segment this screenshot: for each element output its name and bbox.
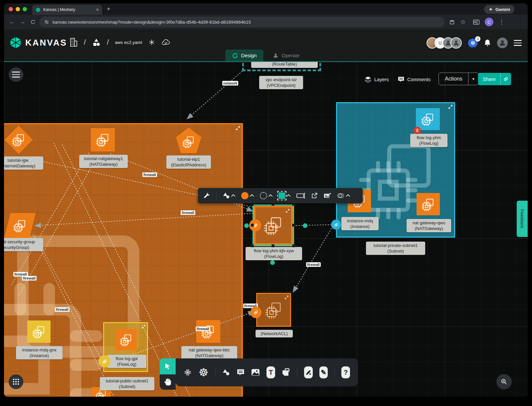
feedback-tab[interactable]: Feedback xyxy=(517,201,528,237)
new-tab-button[interactable]: + xyxy=(107,6,110,13)
flow-log-gpt-link-badge[interactable] xyxy=(98,355,110,367)
group-tool[interactable] xyxy=(337,192,350,199)
node-nat-gateway-bbc[interactable] xyxy=(196,320,220,343)
open-external-icon[interactable] xyxy=(311,192,318,199)
kubernetes-tool-icon[interactable]: ☸ xyxy=(198,367,208,378)
breadcrumb: / / aws ec2.yaml xyxy=(69,37,170,47)
subnet-link-badge[interactable] xyxy=(331,220,341,230)
link-icon xyxy=(334,223,338,227)
add-image-icon[interactable] xyxy=(324,192,331,199)
node-nat-gateway-1[interactable] xyxy=(91,128,115,151)
selection-handle[interactable] xyxy=(292,224,295,227)
app-menu-icon[interactable] xyxy=(514,38,522,48)
note-tool-icon[interactable] xyxy=(282,367,290,378)
collaborator-avatar[interactable] xyxy=(450,37,462,49)
chip-icon xyxy=(95,132,110,147)
text-tool-button[interactable]: T xyxy=(266,366,275,378)
chevron-up-icon xyxy=(346,194,350,198)
edge-label-firewall: firewall xyxy=(142,172,157,177)
flow-log-selected-label: flow log-yhm-kjh-xyw (FlowLog) xyxy=(246,247,302,260)
help-button[interactable]: ? xyxy=(341,366,350,378)
flow-log-yhm-count-badge[interactable]: 2 xyxy=(414,127,421,134)
fill-color-picker[interactable] xyxy=(241,192,254,199)
browser-toolbar: ← → kanvas.new/extension/meshmap?mode=de… xyxy=(4,15,528,29)
connection-dot[interactable] xyxy=(270,260,275,265)
layers-icon xyxy=(364,76,372,83)
back-button[interactable]: ← xyxy=(7,19,17,25)
connection-dot[interactable] xyxy=(244,223,249,228)
apps-grid-button[interactable] xyxy=(9,374,23,389)
pencil-tool-button[interactable]: ✎ xyxy=(319,366,328,378)
address-bar[interactable]: kanvas.new/extension/meshmap?mode=design… xyxy=(39,17,444,27)
browser-tab[interactable]: Kanvas | Meshery × xyxy=(32,5,102,15)
forward-button[interactable]: → xyxy=(17,19,28,25)
connection-dot[interactable] xyxy=(303,223,307,228)
security-group-label: tutorial-security-group (SecurityGroup) xyxy=(4,238,43,251)
image-tool-icon[interactable] xyxy=(251,367,260,378)
site-settings-icon[interactable] xyxy=(44,19,49,25)
save-page-icon[interactable] xyxy=(449,19,455,25)
design-file-name[interactable]: aws ec2.yaml xyxy=(115,40,142,45)
tab-operate[interactable]: Operate xyxy=(266,50,306,61)
pen-tool-button[interactable] xyxy=(304,366,313,378)
selection-handle[interactable] xyxy=(251,224,254,227)
selection-handle[interactable] xyxy=(271,244,274,247)
edge-label-firewall: firewall xyxy=(55,307,70,312)
tab-design[interactable]: Design xyxy=(226,50,264,61)
kubernetes-context[interactable]: ☸ 0 xyxy=(468,38,478,48)
components-circuit-icon[interactable] xyxy=(184,367,192,378)
browser-window: Kanvas | Meshery × + Gemini ← → kanvas.n… xyxy=(4,3,528,397)
minimize-window-button[interactable] xyxy=(16,7,20,11)
chip-icon xyxy=(264,300,283,319)
layers-button[interactable]: Layers xyxy=(364,76,389,83)
border-color-picker[interactable] xyxy=(278,192,290,199)
browser-profile-avatar[interactable]: C xyxy=(485,18,493,26)
node-flow-log-gpt[interactable] xyxy=(115,329,137,350)
gemini-button[interactable]: Gemini xyxy=(484,5,514,14)
stroke-style-picker[interactable] xyxy=(260,192,272,199)
rename-field-icon[interactable] xyxy=(296,192,305,199)
select-tool-button[interactable] xyxy=(160,358,176,374)
close-window-button[interactable] xyxy=(9,7,13,11)
private-subnet-label: tutorial-private-subnet1 (Subnet) xyxy=(366,242,425,255)
user-avatar[interactable] xyxy=(497,38,508,48)
tab-close-icon[interactable]: × xyxy=(96,7,99,12)
node-flow-log-yhm[interactable] xyxy=(416,108,440,130)
network-acl-link-badge[interactable] xyxy=(250,307,262,318)
collapse-node-icon[interactable] xyxy=(285,296,288,299)
node-network-acl[interactable] xyxy=(256,293,291,327)
cursor-icon xyxy=(164,362,172,370)
pan-tool-button[interactable] xyxy=(160,374,176,390)
design-canvas[interactable]: Layers Comments Actions ▼ Share (RouteTa… xyxy=(4,62,528,397)
comment-tool-icon[interactable] xyxy=(237,367,245,378)
shapes-tool-icon[interactable] xyxy=(222,367,230,378)
zoom-button[interactable] xyxy=(496,374,512,389)
browser-menu-icon[interactable]: ⋮ xyxy=(499,19,504,26)
layers-label: Layers xyxy=(374,77,389,82)
selection-handle[interactable] xyxy=(251,244,254,247)
node-instance-gnx[interactable] xyxy=(27,320,51,343)
notifications-bell-icon[interactable] xyxy=(484,39,491,47)
sparkle-icon xyxy=(488,7,493,12)
workspace-shapes-icon[interactable] xyxy=(92,38,101,47)
reload-button[interactable] xyxy=(30,19,36,25)
canvas-menu-button[interactable] xyxy=(9,67,23,82)
cloud-sync-icon[interactable] xyxy=(161,39,170,46)
kanvas-brand[interactable]: KANVAS xyxy=(9,36,67,49)
organization-icon[interactable] xyxy=(69,37,78,47)
collapse-node-icon[interactable] xyxy=(286,209,289,213)
stroke-style-swatch xyxy=(260,192,267,199)
node-nat-gateway-qwo[interactable] xyxy=(417,193,440,215)
extensions-snowflake-icon[interactable] xyxy=(148,39,155,46)
side-panel-search-icon[interactable] xyxy=(473,19,479,25)
fill-color-swatch xyxy=(241,192,249,199)
bookmark-star-icon[interactable]: ☆ xyxy=(460,18,466,26)
comments-icon xyxy=(398,76,405,83)
chip-icon xyxy=(421,112,435,126)
dock-divider xyxy=(334,368,335,377)
tools-wrench-icon[interactable] xyxy=(203,192,210,199)
maximize-window-button[interactable] xyxy=(23,7,27,11)
comments-button[interactable]: Comments xyxy=(398,76,431,83)
shapes-picker[interactable] xyxy=(223,192,235,199)
selection-handle[interactable] xyxy=(292,244,295,247)
